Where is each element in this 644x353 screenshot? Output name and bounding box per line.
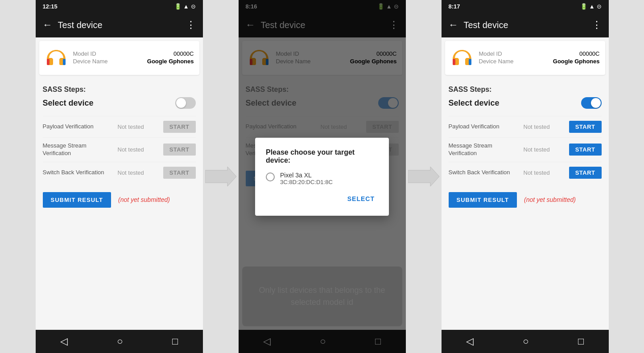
content-right: SASS Steps: Select device Payload Verifi… bbox=[442, 78, 609, 330]
arrow-icon-2 bbox=[408, 167, 439, 186]
app-title-left: Test device bbox=[58, 20, 181, 30]
device-info-right: Model ID 00000C Device Name Google Gphon… bbox=[479, 50, 600, 66]
dialog-device-mac-0-middle: 3C:8D:20:DC:D1:8C bbox=[280, 179, 333, 185]
model-id-label-left: Model ID bbox=[73, 50, 96, 57]
recent-nav-icon-right[interactable]: □ bbox=[578, 336, 584, 347]
back-nav-icon-left[interactable]: ◁ bbox=[60, 336, 68, 347]
more-button-right[interactable]: ⋮ bbox=[592, 19, 602, 31]
status-icons-left: 🔋 ▲ ⊝ bbox=[174, 3, 196, 10]
arrow-2 bbox=[406, 0, 442, 353]
start-btn-2-left[interactable]: START bbox=[163, 167, 196, 179]
app-bar-left: ← Test device ⋮ bbox=[36, 12, 203, 37]
dialog-title-middle: Please choose your target device: bbox=[266, 148, 378, 164]
select-device-toggle-right[interactable] bbox=[581, 97, 602, 109]
sass-label-right: SASS Steps: bbox=[449, 86, 602, 94]
home-nav-icon-left[interactable]: ○ bbox=[117, 336, 123, 347]
step-status-2-right: Not tested bbox=[524, 169, 566, 176]
content-left: SASS Steps: Select device Payload Verifi… bbox=[36, 78, 203, 330]
svg-rect-12 bbox=[453, 59, 455, 65]
arrow-1 bbox=[203, 0, 239, 353]
model-id-value-left: 00000C bbox=[173, 50, 194, 57]
recent-nav-icon-left[interactable]: □ bbox=[172, 336, 178, 347]
start-btn-2-right[interactable]: START bbox=[569, 167, 602, 179]
start-btn-0-left[interactable]: START bbox=[163, 121, 196, 133]
time-left: 12:15 bbox=[43, 3, 58, 10]
headphone-logo-right bbox=[450, 46, 474, 70]
device-name-label-left: Device Name bbox=[73, 58, 108, 65]
step-status-1-left: Not tested bbox=[118, 146, 160, 153]
select-action-button-middle[interactable]: SELECT bbox=[344, 193, 378, 205]
nav-bar-right: ◁ ○ □ bbox=[442, 330, 609, 353]
submit-row-right: SUBMIT RESULT (not yet submitted) bbox=[449, 192, 602, 208]
select-device-label-left: Select device bbox=[43, 99, 94, 108]
dialog-device-info-0-middle: Pixel 3a XL 3C:8D:20:DC:D1:8C bbox=[280, 172, 333, 185]
step-row-1-right: Message Stream Verification Not tested S… bbox=[449, 137, 602, 162]
svg-rect-2 bbox=[47, 59, 50, 65]
device-name-value-right: Google Gphones bbox=[553, 58, 600, 65]
step-row-2-right: Switch Back Verification Not tested STAR… bbox=[449, 162, 602, 183]
status-bar-right: 8:17 🔋 ▲ ⊝ bbox=[442, 0, 609, 12]
step-name-2-left: Switch Back Verification bbox=[43, 169, 114, 176]
step-name-1-left: Message Stream Verification bbox=[43, 142, 114, 157]
signal-icon: ⊝ bbox=[191, 3, 196, 10]
step-row-0-left: Payload Verification Not tested START bbox=[43, 116, 196, 137]
select-device-row-left: Select device bbox=[43, 97, 196, 109]
device-name-value-left: Google Gphones bbox=[147, 58, 194, 65]
phone-right: 8:17 🔋 ▲ ⊝ ← Test device ⋮ Model ID 0000… bbox=[442, 0, 609, 353]
phone-left: 12:15 🔋 ▲ ⊝ ← Test device ⋮ Model ID 000… bbox=[36, 0, 203, 353]
step-row-2-left: Switch Back Verification Not tested STAR… bbox=[43, 162, 196, 183]
start-btn-1-right[interactable]: START bbox=[569, 144, 602, 156]
step-status-1-right: Not tested bbox=[524, 146, 566, 153]
radio-option-0-middle[interactable] bbox=[266, 172, 275, 181]
step-name-1-right: Message Stream Verification bbox=[449, 142, 520, 157]
status-bar-left: 12:15 🔋 ▲ ⊝ bbox=[36, 0, 203, 12]
step-row-0-right: Payload Verification Not tested START bbox=[449, 116, 602, 137]
submit-button-left[interactable]: SUBMIT RESULT bbox=[43, 192, 111, 208]
home-nav-icon-right[interactable]: ○ bbox=[523, 336, 528, 347]
more-button-left[interactable]: ⋮ bbox=[186, 19, 196, 31]
app-bar-right: ← Test device ⋮ bbox=[442, 12, 609, 37]
headphone-logo-left bbox=[45, 46, 68, 70]
dialog-device-name-0-middle: Pixel 3a XL bbox=[280, 172, 333, 179]
step-status-2-left: Not tested bbox=[118, 169, 160, 176]
not-submitted-right: (not yet submitted) bbox=[524, 196, 576, 203]
step-name-0-right: Payload Verification bbox=[449, 123, 520, 131]
signal-icon-r: ⊝ bbox=[597, 3, 602, 10]
step-name-0-left: Payload Verification bbox=[43, 123, 114, 131]
select-device-row-right: Select device bbox=[449, 97, 602, 109]
model-id-value-right: 00000C bbox=[579, 50, 600, 57]
model-id-label-right: Model ID bbox=[479, 50, 502, 57]
back-button-right[interactable]: ← bbox=[449, 19, 458, 31]
arrow-icon-1 bbox=[205, 167, 236, 186]
svg-marker-9 bbox=[408, 167, 439, 186]
step-status-0-right: Not tested bbox=[524, 123, 566, 130]
select-device-label-right: Select device bbox=[449, 99, 500, 108]
dialog-option-0-middle[interactable]: Pixel 3a XL 3C:8D:20:DC:D1:8C bbox=[266, 172, 378, 185]
phone-middle: 8:16 🔋 ▲ ⊝ ← Test device ⋮ Model ID 0000… bbox=[239, 0, 406, 353]
battery-icon-r: 🔋 bbox=[580, 3, 587, 10]
svg-marker-4 bbox=[205, 167, 236, 186]
time-right: 8:17 bbox=[449, 3, 460, 10]
status-icons-right: 🔋 ▲ ⊝ bbox=[580, 3, 602, 10]
step-row-1-left: Message Stream Verification Not tested S… bbox=[43, 137, 196, 162]
back-button-left[interactable]: ← bbox=[43, 19, 53, 31]
step-status-0-left: Not tested bbox=[118, 123, 160, 130]
back-nav-icon-right[interactable]: ◁ bbox=[466, 336, 474, 347]
wifi-icon: ▲ bbox=[183, 3, 189, 10]
device-name-label-right: Device Name bbox=[479, 58, 514, 65]
battery-icon: 🔋 bbox=[174, 3, 182, 10]
dialog-middle: Please choose your target device: Pixel … bbox=[255, 138, 389, 216]
app-title-right: Test device bbox=[464, 20, 586, 30]
svg-rect-3 bbox=[63, 59, 66, 65]
submit-row-left: SUBMIT RESULT (not yet submitted) bbox=[43, 192, 196, 208]
dialog-actions-middle: SELECT bbox=[266, 193, 378, 205]
dialog-overlay-middle: Please choose your target device: Pixel … bbox=[239, 0, 406, 353]
start-btn-0-right[interactable]: START bbox=[569, 121, 602, 133]
device-card-right: Model ID 00000C Device Name Google Gphon… bbox=[445, 41, 605, 75]
submit-button-right[interactable]: SUBMIT RESULT bbox=[449, 192, 517, 208]
select-device-toggle-left[interactable] bbox=[175, 97, 196, 109]
start-btn-1-left[interactable]: START bbox=[163, 144, 196, 156]
wifi-icon-r: ▲ bbox=[589, 3, 595, 10]
not-submitted-left: (not yet submitted) bbox=[118, 196, 170, 203]
nav-bar-left: ◁ ○ □ bbox=[36, 330, 203, 353]
